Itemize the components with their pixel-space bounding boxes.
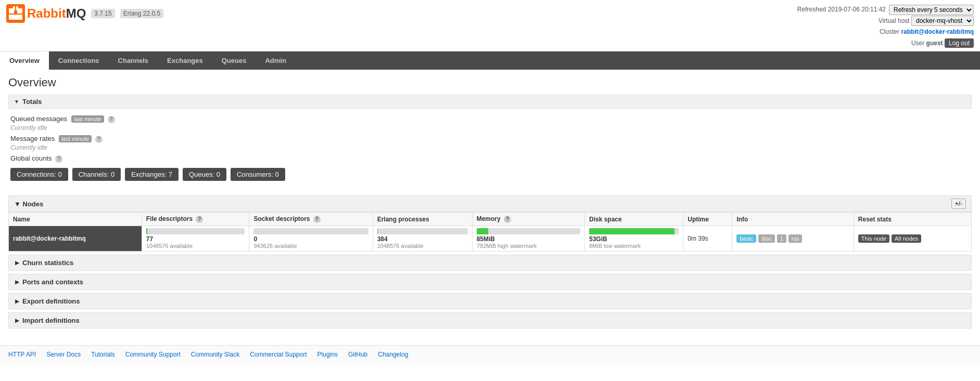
col-disk-space: Disk space xyxy=(584,213,683,226)
svg-rect-4 xyxy=(13,6,15,10)
ports-and-contexts-header[interactable]: ▶ Ports and contexts xyxy=(8,274,972,290)
footer-link-community-support[interactable]: Community Support xyxy=(125,351,181,358)
info-btn-1[interactable]: 1 xyxy=(777,234,786,243)
logo-text: RabbitMQ xyxy=(27,6,86,21)
add-remove-nodes-btn[interactable]: +/- xyxy=(951,199,966,209)
file-desc-bar xyxy=(146,228,147,234)
node-name: rabbit@docker-rabbitmq xyxy=(9,226,142,252)
page-title: Overview xyxy=(8,76,972,89)
nav-item-channels[interactable]: Channels xyxy=(109,51,158,70)
logo: RabbitMQ xyxy=(6,4,86,23)
ports-and-contexts-label: Ports and contexts xyxy=(22,278,83,286)
user-label: User xyxy=(911,40,924,47)
info-btn-basic[interactable]: basic xyxy=(736,234,756,243)
churn-statistics-label: Churn statistics xyxy=(22,259,73,267)
virtual-host-select[interactable]: docker-mq-vhost xyxy=(911,16,974,26)
memory-cell: 85MiB 792MiB high watermark xyxy=(472,226,584,252)
nav-item-admin[interactable]: Admin xyxy=(256,51,295,70)
import-definitions-label: Import definitions xyxy=(22,317,80,324)
footer-link-commercial-support[interactable]: Commercial Support xyxy=(250,351,307,358)
cluster-link[interactable]: rabbit@docker-rabbitmq xyxy=(901,28,974,35)
footer-link-github[interactable]: GitHub xyxy=(348,351,367,358)
counts-row: Connections: 0 Channels: 0 Exchanges: 7 … xyxy=(10,168,970,181)
file-desc-help[interactable]: ? xyxy=(196,216,203,223)
memory-watermark: 792MiB high watermark xyxy=(477,243,580,249)
refreshed-text: Refreshed 2019-07-06 20:11:42 xyxy=(797,4,886,16)
logo-area: RabbitMQ 3.7.15 Erlang 22.0.5 xyxy=(6,4,163,23)
nodes-section: ▼ Nodes +/- Name File descriptors ? Sock… xyxy=(8,195,972,252)
cluster-label: Cluster xyxy=(880,28,899,35)
nav-item-connections[interactable]: Connections xyxy=(49,51,109,70)
all-nodes-btn[interactable]: All nodes xyxy=(892,234,921,243)
ports-and-contexts-section: ▶ Ports and contexts xyxy=(8,274,972,290)
svg-rect-3 xyxy=(9,15,22,20)
col-erlang-processes: Erlang processes xyxy=(373,213,472,226)
footer-link-server-docs[interactable]: Server Docs xyxy=(46,351,81,358)
socket-desc-help[interactable]: ? xyxy=(313,216,321,223)
col-file-descriptors: File descriptors ? xyxy=(142,213,249,226)
export-definitions-header[interactable]: ▶ Export definitions xyxy=(8,293,972,309)
totals-arrow-icon: ▼ xyxy=(14,99,19,104)
erlang-processes-progress xyxy=(377,228,468,234)
socket-desc-available: 943626 available xyxy=(253,243,368,249)
nodes-arrow-icon: ▼ xyxy=(14,200,21,208)
version-badge: 3.7.15 xyxy=(91,9,114,18)
footer-link-community-slack[interactable]: Community Slack xyxy=(191,351,239,358)
export-definitions-label: Export definitions xyxy=(22,297,80,305)
rabbitmq-logo-icon xyxy=(6,4,25,23)
nodes-section-header[interactable]: ▼ Nodes +/- xyxy=(8,195,972,212)
header-right: Refreshed 2019-07-06 20:11:42 Refresh ev… xyxy=(797,4,974,49)
col-name: Name xyxy=(9,213,142,226)
channels-count-btn[interactable]: Channels: 0 xyxy=(72,168,121,181)
logout-button[interactable]: Log out xyxy=(945,38,974,48)
footer-link-plugins[interactable]: Plugins xyxy=(317,351,338,358)
nav: Overview Connections Channels Exchanges … xyxy=(0,51,980,70)
exchanges-count-btn[interactable]: Exchanges: 7 xyxy=(125,168,179,181)
info-cell: basic disc 1 rss xyxy=(732,226,854,252)
refresh-select[interactable]: Refresh every 5 seconds 10 seconds 30 se… xyxy=(889,5,974,15)
memory-help[interactable]: ? xyxy=(504,216,511,223)
totals-section-header[interactable]: ▼ Totals xyxy=(8,95,972,109)
cluster-row: Cluster rabbit@docker-rabbitmq xyxy=(797,27,974,38)
footer-link-http-api[interactable]: HTTP API xyxy=(8,351,36,358)
this-node-btn[interactable]: This node xyxy=(858,234,889,243)
uptime-cell: 0m 39s xyxy=(683,226,732,252)
memory-value: 85MiB xyxy=(477,235,580,243)
uptime-value: 0m 39s xyxy=(688,235,708,242)
global-counts-help[interactable]: ? xyxy=(55,155,62,163)
nodes-header-left: ▼ Nodes xyxy=(14,200,43,208)
info-btn-rss[interactable]: rss xyxy=(788,234,803,243)
file-desc-value: 77 xyxy=(146,235,245,243)
user-value: guest xyxy=(926,40,943,47)
churn-statistics-header[interactable]: ▶ Churn statistics xyxy=(8,255,972,271)
nav-item-exchanges[interactable]: Exchanges xyxy=(158,51,212,70)
disk-progress xyxy=(589,228,679,234)
currently-idle-2: Currently idle xyxy=(10,144,970,151)
nav-item-overview[interactable]: Overview xyxy=(0,51,49,70)
consumers-count-btn[interactable]: Consumers: 0 xyxy=(231,168,285,181)
erlang-proc-bar xyxy=(377,228,378,234)
footer-link-changelog[interactable]: Changelog xyxy=(378,351,408,358)
message-rates-help[interactable]: ? xyxy=(95,136,103,143)
queues-count-btn[interactable]: Queues: 0 xyxy=(183,168,226,181)
virtual-host-label: Virtual host xyxy=(879,17,910,24)
info-btn-disc[interactable]: disc xyxy=(758,234,775,243)
export-arrow-icon: ▶ xyxy=(15,298,19,304)
nav-item-queues[interactable]: Queues xyxy=(212,51,256,70)
queued-messages-help[interactable]: ? xyxy=(108,116,115,123)
churn-statistics-section: ▶ Churn statistics xyxy=(8,255,972,271)
col-uptime: Uptime xyxy=(683,213,732,226)
import-definitions-header[interactable]: ▶ Import definitions xyxy=(8,312,972,329)
currently-idle-1: Currently idle xyxy=(10,124,970,132)
user-row: User guest Log out xyxy=(797,38,974,49)
memory-bar xyxy=(477,228,488,234)
disk-bar xyxy=(589,228,674,234)
memory-progress xyxy=(477,228,580,234)
footer-link-tutorials[interactable]: Tutorials xyxy=(91,351,115,358)
virtual-host-row: Virtual host docker-mq-vhost xyxy=(797,16,974,27)
connections-count-btn[interactable]: Connections: 0 xyxy=(10,168,68,181)
reset-stats-buttons: This node All nodes xyxy=(858,234,967,243)
disk-value: 53GiB xyxy=(589,235,679,243)
queued-messages-label: Queued messages last minute ? xyxy=(10,115,970,123)
ports-arrow-icon: ▶ xyxy=(15,279,19,285)
